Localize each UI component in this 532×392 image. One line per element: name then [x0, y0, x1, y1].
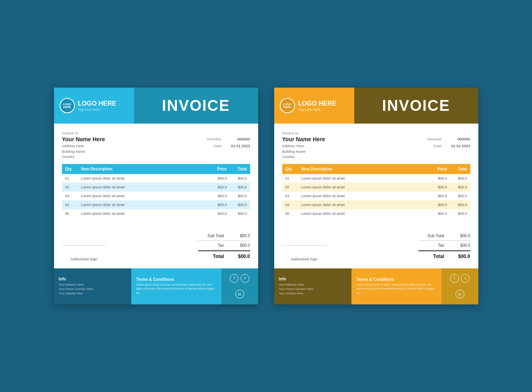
invoice-card-yellow: LOGO HERE LOGO HERE Tag Line Here INVOIC… — [274, 88, 478, 304]
invoice-table-blue: Qty. Item Description Price Total 01 Lor… — [62, 164, 250, 218]
social-icon-in-blue: in — [235, 290, 244, 298]
invoice-header-blue: LOGO HERE LOGO HERE Tag Line Here INVOIC… — [54, 88, 258, 124]
invoice-body-yellow: Invoice to Your Name Here Address Here B… — [274, 124, 478, 229]
footer-social-yellow: f t in — [442, 268, 478, 304]
client-info-row-blue: Your Name Here Address Here Building Nam… — [62, 136, 250, 160]
inumber-value-yellow: 000000 — [448, 136, 470, 142]
invoice-table-yellow: Qty. Item Description Price Total 01 Lor… — [282, 164, 470, 218]
footer-terms-blue: Terms & Conditions Lorem ipsum dolor sit… — [131, 268, 221, 304]
tax-label-yellow: Tax — [438, 242, 444, 249]
logo-circle-text-y2: HERE — [283, 106, 291, 109]
invoice-meta-blue: INumber 000000 Date 01.01.2023 — [207, 136, 250, 149]
th-price-blue: Price — [208, 164, 230, 174]
total-label-blue: Total — [213, 252, 224, 261]
logo-main-yellow: LOGO HERE — [298, 100, 337, 107]
subtotal-value-blue: $00.0 — [232, 232, 250, 240]
subtotal-label-yellow: Sub Total — [428, 232, 444, 240]
logo-circle-yellow: LOGO HERE — [280, 98, 295, 113]
footer-info-address-blue: Your Address Here — [59, 282, 127, 287]
page-wrapper: LOGO HERE LOGO HERE Tag Line Here INVOIC… — [38, 72, 494, 320]
footer-info-website-yellow: Your website Here — [279, 291, 347, 296]
client-info-row-yellow: Your Name Here Address Here Building Nam… — [282, 136, 470, 160]
totals-block-yellow: Sub Total $00.0 Tax $00.0 Total $00.0 — [418, 232, 470, 261]
total-value-yellow: $00.0 — [452, 252, 470, 261]
logo-circle-text: LOGO — [63, 103, 71, 106]
th-desc-yellow: Item Description — [298, 164, 428, 174]
footer-terms-title-yellow: Terms & Conditions — [356, 277, 436, 282]
inumber-label-yellow: INumber — [427, 136, 442, 142]
invoice-footer-yellow: Info Your Address Here Your Phone Number… — [274, 268, 478, 304]
social-icon-fb-yellow: f — [450, 274, 459, 283]
table-header-blue: Qty. Item Description Price Total — [62, 164, 250, 174]
invoice-footer-blue: Info Your Address Here Your Phone Number… — [54, 268, 258, 304]
tax-row-blue: Tax $00.0 — [198, 242, 250, 249]
social-icon-in-yellow: in — [456, 290, 464, 298]
inumber-value-blue: 000000 — [228, 136, 250, 142]
footer-info-website-blue: Your website Here — [59, 291, 127, 296]
totals-block-blue: Sub Total $00.0 Tax $00.0 Total $00.0 — [198, 232, 250, 261]
subtotal-value-yellow: $00.0 — [452, 232, 470, 240]
client-left-blue: Your Name Here Address Here Building Nam… — [62, 136, 207, 160]
client-address-yellow: Address Here Building Name Country — [282, 144, 428, 160]
inumber-label-blue: INumber — [207, 136, 221, 142]
header-invoice-section-yellow: INVOICE — [354, 88, 478, 124]
logo-text-block-yellow: LOGO HERE Tag Line Here — [298, 100, 337, 112]
th-qty-yellow: Qty. — [282, 164, 298, 174]
table-row: 03 Lorem ipsum dolor sit amet $00.0 $00.… — [282, 192, 470, 200]
table-row: 04 Lorem ipsum dolor sit amet $00.0 $00.… — [62, 200, 250, 209]
logo-tagline-blue: Tag Line Here — [78, 108, 116, 112]
client-left-yellow: Your Name Here Address Here Building Nam… — [282, 136, 428, 160]
invoice-to-label-blue: Invoice to — [62, 131, 250, 135]
total-row-yellow: Total $00.0 — [418, 250, 470, 261]
date-value-blue: 01.01.2023 — [228, 143, 250, 149]
invoice-title-blue: INVOICE — [162, 97, 230, 114]
table-row: 01 Lorem ipsum dolor sit amet $00.0 $00.… — [62, 174, 250, 183]
footer-info-phone-blue: Your Phone Number Here — [59, 287, 127, 291]
table-row: 01 Lorem ipsum dolor sit amet $00.0 $00.… — [282, 174, 470, 183]
tax-value-yellow: $00.0 — [452, 242, 470, 249]
subtotal-row-blue: Sub Total $00.0 — [198, 232, 250, 241]
th-qty-blue: Qty. — [62, 164, 78, 174]
logo-section-yellow: LOGO HERE LOGO HERE Tag Line Here — [274, 88, 354, 124]
invoice-meta-yellow: INumber 000000 Date 01.01.2023 — [427, 136, 470, 149]
footer-terms-title-blue: Terms & Conditions — [136, 277, 216, 282]
invoice-header-yellow: LOGO HERE LOGO HERE Tag Line Here INVOIC… — [274, 88, 478, 124]
invoice-body-blue: Invoice to Your Name Here Address Here B… — [54, 124, 258, 229]
table-row: 02 Lorem ipsum dolor sit amet $00.0 $00.… — [62, 183, 250, 192]
social-icon-fb-blue: f — [230, 274, 239, 283]
logo-main-blue: LOGO HERE — [78, 100, 116, 107]
th-price-yellow: Price — [428, 164, 450, 174]
footer-terms-yellow: Terms & Conditions Lorem ipsum dolor sit… — [351, 268, 441, 304]
date-label-yellow: Date — [434, 143, 442, 149]
th-total-blue: Total — [230, 164, 250, 174]
total-value-blue: $00.0 — [232, 252, 250, 261]
social-icon-tw-blue: t — [241, 274, 249, 283]
logo-circle-text2: HERE — [63, 106, 71, 109]
client-name-yellow: Your Name Here — [282, 136, 428, 142]
date-value-yellow: 01.01.2023 — [448, 143, 470, 149]
logo-circle-blue: LOGO HERE — [60, 98, 75, 113]
invoice-to-label-yellow: Invoice to — [282, 131, 470, 135]
footer-info-blue: Info Your Address Here Your Phone Number… — [54, 268, 132, 304]
footer-info-phone-yellow: Your Phone Number Here — [279, 287, 347, 291]
table-row: 02 Lorem ipsum dolor sit amet $00.0 $00.… — [282, 183, 470, 192]
subtotal-row-yellow: Sub Total $00.0 — [418, 232, 470, 241]
logo-circle-text-y1: LOGO — [283, 103, 291, 106]
table-row: 05 Lorem ipsum dolor sit amet $00.0 $00.… — [282, 209, 470, 218]
invoice-title-yellow: INVOICE — [382, 97, 450, 114]
date-label-blue: Date — [213, 143, 221, 149]
th-desc-blue: Item Description — [78, 164, 208, 174]
total-row-blue: Total $00.0 — [198, 250, 250, 261]
header-invoice-section-blue: INVOICE — [134, 88, 258, 124]
total-label-yellow: Total — [433, 252, 444, 261]
table-row: 04 Lorem ipsum dolor sit amet $00.0 $00.… — [282, 200, 470, 209]
client-name-blue: Your Name Here — [62, 136, 207, 142]
table-row: 05 Lorem ipsum dolor sit amet $00.0 $00.… — [62, 209, 250, 218]
auth-sign-blue: Authorized Sign — [62, 245, 106, 261]
tax-row-yellow: Tax $00.0 — [418, 242, 470, 249]
footer-social-blue: f t in — [221, 268, 258, 304]
logo-text-block-blue: LOGO HERE Tag Line Here — [78, 100, 116, 112]
auth-sign-yellow: Authorized Sign — [282, 245, 326, 261]
logo-tagline-yellow: Tag Line Here — [298, 108, 337, 112]
footer-info-yellow: Info Your Address Here Your Phone Number… — [274, 268, 352, 304]
